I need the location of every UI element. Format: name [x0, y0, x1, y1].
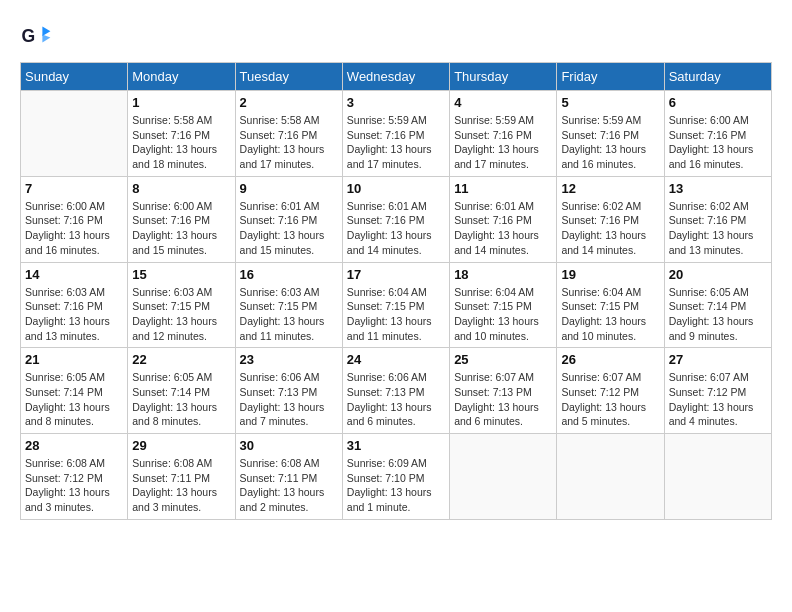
- calendar-cell: 22Sunrise: 6:05 AM Sunset: 7:14 PM Dayli…: [128, 348, 235, 434]
- calendar-cell: 26Sunrise: 6:07 AM Sunset: 7:12 PM Dayli…: [557, 348, 664, 434]
- weekday-header-thursday: Thursday: [450, 63, 557, 91]
- weekday-header-monday: Monday: [128, 63, 235, 91]
- day-number: 12: [561, 181, 659, 196]
- day-number: 29: [132, 438, 230, 453]
- weekday-header-sunday: Sunday: [21, 63, 128, 91]
- calendar-week-row: 21Sunrise: 6:05 AM Sunset: 7:14 PM Dayli…: [21, 348, 772, 434]
- calendar-cell: 13Sunrise: 6:02 AM Sunset: 7:16 PM Dayli…: [664, 176, 771, 262]
- calendar-cell: 19Sunrise: 6:04 AM Sunset: 7:15 PM Dayli…: [557, 262, 664, 348]
- day-number: 19: [561, 267, 659, 282]
- day-info: Sunrise: 6:00 AM Sunset: 7:16 PM Dayligh…: [669, 113, 767, 172]
- day-number: 30: [240, 438, 338, 453]
- day-number: 20: [669, 267, 767, 282]
- calendar-week-row: 7Sunrise: 6:00 AM Sunset: 7:16 PM Daylig…: [21, 176, 772, 262]
- calendar-cell: 21Sunrise: 6:05 AM Sunset: 7:14 PM Dayli…: [21, 348, 128, 434]
- calendar-cell: 8Sunrise: 6:00 AM Sunset: 7:16 PM Daylig…: [128, 176, 235, 262]
- calendar-table: SundayMondayTuesdayWednesdayThursdayFrid…: [20, 62, 772, 520]
- day-info: Sunrise: 5:59 AM Sunset: 7:16 PM Dayligh…: [454, 113, 552, 172]
- svg-marker-1: [42, 26, 50, 36]
- day-number: 23: [240, 352, 338, 367]
- day-info: Sunrise: 6:05 AM Sunset: 7:14 PM Dayligh…: [25, 370, 123, 429]
- calendar-cell: 10Sunrise: 6:01 AM Sunset: 7:16 PM Dayli…: [342, 176, 449, 262]
- svg-marker-2: [42, 34, 50, 42]
- calendar-cell: 17Sunrise: 6:04 AM Sunset: 7:15 PM Dayli…: [342, 262, 449, 348]
- day-number: 26: [561, 352, 659, 367]
- weekday-header-friday: Friday: [557, 63, 664, 91]
- calendar-cell: 9Sunrise: 6:01 AM Sunset: 7:16 PM Daylig…: [235, 176, 342, 262]
- page-header: G: [20, 20, 772, 52]
- calendar-week-row: 14Sunrise: 6:03 AM Sunset: 7:16 PM Dayli…: [21, 262, 772, 348]
- day-info: Sunrise: 6:00 AM Sunset: 7:16 PM Dayligh…: [25, 199, 123, 258]
- day-info: Sunrise: 6:01 AM Sunset: 7:16 PM Dayligh…: [240, 199, 338, 258]
- day-number: 18: [454, 267, 552, 282]
- day-number: 1: [132, 95, 230, 110]
- day-number: 3: [347, 95, 445, 110]
- calendar-cell: 5Sunrise: 5:59 AM Sunset: 7:16 PM Daylig…: [557, 91, 664, 177]
- day-number: 22: [132, 352, 230, 367]
- day-info: Sunrise: 6:05 AM Sunset: 7:14 PM Dayligh…: [669, 285, 767, 344]
- weekday-header-tuesday: Tuesday: [235, 63, 342, 91]
- calendar-cell: 16Sunrise: 6:03 AM Sunset: 7:15 PM Dayli…: [235, 262, 342, 348]
- day-info: Sunrise: 6:07 AM Sunset: 7:13 PM Dayligh…: [454, 370, 552, 429]
- day-number: 2: [240, 95, 338, 110]
- day-info: Sunrise: 6:07 AM Sunset: 7:12 PM Dayligh…: [669, 370, 767, 429]
- calendar-cell: 6Sunrise: 6:00 AM Sunset: 7:16 PM Daylig…: [664, 91, 771, 177]
- calendar-cell: 20Sunrise: 6:05 AM Sunset: 7:14 PM Dayli…: [664, 262, 771, 348]
- weekday-header-saturday: Saturday: [664, 63, 771, 91]
- day-number: 21: [25, 352, 123, 367]
- day-info: Sunrise: 6:06 AM Sunset: 7:13 PM Dayligh…: [240, 370, 338, 429]
- day-info: Sunrise: 6:03 AM Sunset: 7:15 PM Dayligh…: [132, 285, 230, 344]
- day-number: 6: [669, 95, 767, 110]
- day-info: Sunrise: 6:08 AM Sunset: 7:11 PM Dayligh…: [240, 456, 338, 515]
- calendar-cell: 14Sunrise: 6:03 AM Sunset: 7:16 PM Dayli…: [21, 262, 128, 348]
- calendar-week-row: 28Sunrise: 6:08 AM Sunset: 7:12 PM Dayli…: [21, 434, 772, 520]
- calendar-cell: 29Sunrise: 6:08 AM Sunset: 7:11 PM Dayli…: [128, 434, 235, 520]
- day-number: 5: [561, 95, 659, 110]
- day-number: 15: [132, 267, 230, 282]
- calendar-cell: [664, 434, 771, 520]
- day-number: 25: [454, 352, 552, 367]
- day-info: Sunrise: 5:58 AM Sunset: 7:16 PM Dayligh…: [240, 113, 338, 172]
- calendar-cell: 1Sunrise: 5:58 AM Sunset: 7:16 PM Daylig…: [128, 91, 235, 177]
- day-number: 31: [347, 438, 445, 453]
- calendar-cell: 12Sunrise: 6:02 AM Sunset: 7:16 PM Dayli…: [557, 176, 664, 262]
- day-info: Sunrise: 5:58 AM Sunset: 7:16 PM Dayligh…: [132, 113, 230, 172]
- day-info: Sunrise: 6:09 AM Sunset: 7:10 PM Dayligh…: [347, 456, 445, 515]
- day-number: 4: [454, 95, 552, 110]
- calendar-cell: 31Sunrise: 6:09 AM Sunset: 7:10 PM Dayli…: [342, 434, 449, 520]
- day-number: 14: [25, 267, 123, 282]
- calendar-cell: 4Sunrise: 5:59 AM Sunset: 7:16 PM Daylig…: [450, 91, 557, 177]
- calendar-cell: 7Sunrise: 6:00 AM Sunset: 7:16 PM Daylig…: [21, 176, 128, 262]
- day-info: Sunrise: 6:05 AM Sunset: 7:14 PM Dayligh…: [132, 370, 230, 429]
- calendar-cell: 27Sunrise: 6:07 AM Sunset: 7:12 PM Dayli…: [664, 348, 771, 434]
- day-number: 10: [347, 181, 445, 196]
- day-number: 13: [669, 181, 767, 196]
- day-info: Sunrise: 6:07 AM Sunset: 7:12 PM Dayligh…: [561, 370, 659, 429]
- day-info: Sunrise: 6:04 AM Sunset: 7:15 PM Dayligh…: [347, 285, 445, 344]
- day-number: 24: [347, 352, 445, 367]
- day-info: Sunrise: 6:04 AM Sunset: 7:15 PM Dayligh…: [454, 285, 552, 344]
- day-info: Sunrise: 6:08 AM Sunset: 7:12 PM Dayligh…: [25, 456, 123, 515]
- calendar-cell: 30Sunrise: 6:08 AM Sunset: 7:11 PM Dayli…: [235, 434, 342, 520]
- svg-text:G: G: [22, 26, 36, 46]
- day-info: Sunrise: 6:06 AM Sunset: 7:13 PM Dayligh…: [347, 370, 445, 429]
- calendar-cell: 3Sunrise: 5:59 AM Sunset: 7:16 PM Daylig…: [342, 91, 449, 177]
- calendar-cell: [557, 434, 664, 520]
- calendar-cell: 2Sunrise: 5:58 AM Sunset: 7:16 PM Daylig…: [235, 91, 342, 177]
- day-number: 17: [347, 267, 445, 282]
- day-info: Sunrise: 5:59 AM Sunset: 7:16 PM Dayligh…: [347, 113, 445, 172]
- calendar-cell: 11Sunrise: 6:01 AM Sunset: 7:16 PM Dayli…: [450, 176, 557, 262]
- day-info: Sunrise: 6:04 AM Sunset: 7:15 PM Dayligh…: [561, 285, 659, 344]
- logo-icon: G: [20, 20, 52, 52]
- calendar-cell: 18Sunrise: 6:04 AM Sunset: 7:15 PM Dayli…: [450, 262, 557, 348]
- day-info: Sunrise: 6:02 AM Sunset: 7:16 PM Dayligh…: [669, 199, 767, 258]
- calendar-cell: 15Sunrise: 6:03 AM Sunset: 7:15 PM Dayli…: [128, 262, 235, 348]
- day-info: Sunrise: 6:01 AM Sunset: 7:16 PM Dayligh…: [347, 199, 445, 258]
- day-number: 11: [454, 181, 552, 196]
- day-number: 28: [25, 438, 123, 453]
- weekday-header-wednesday: Wednesday: [342, 63, 449, 91]
- day-number: 16: [240, 267, 338, 282]
- day-info: Sunrise: 6:00 AM Sunset: 7:16 PM Dayligh…: [132, 199, 230, 258]
- day-info: Sunrise: 6:03 AM Sunset: 7:15 PM Dayligh…: [240, 285, 338, 344]
- day-info: Sunrise: 6:01 AM Sunset: 7:16 PM Dayligh…: [454, 199, 552, 258]
